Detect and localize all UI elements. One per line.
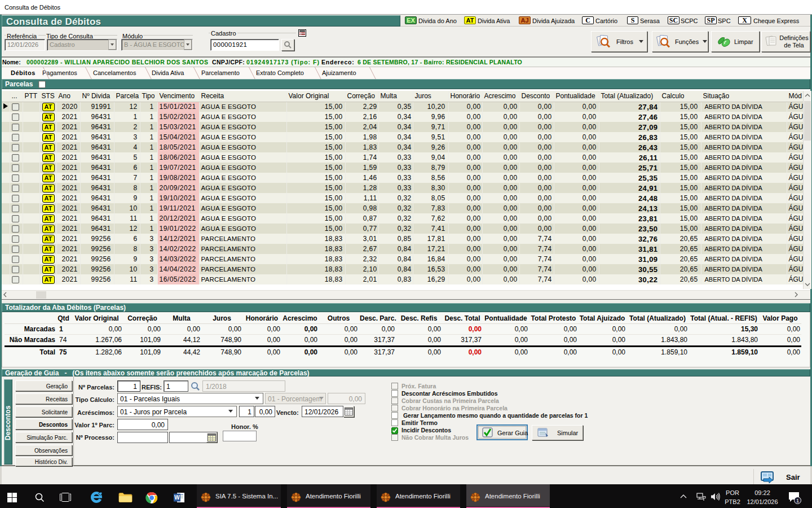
svg-text:W: W	[174, 494, 180, 501]
